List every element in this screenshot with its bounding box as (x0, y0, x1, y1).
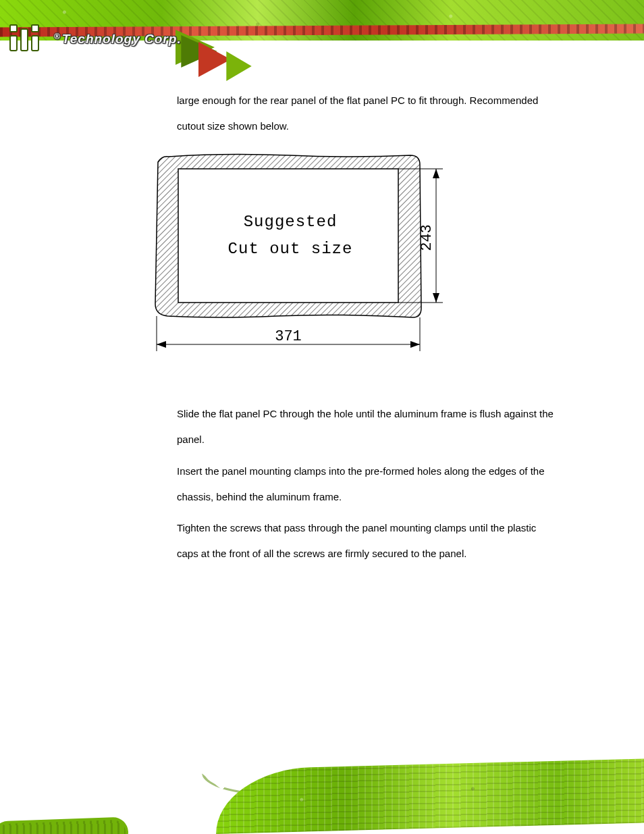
brand-logo: ®Technology Corp (9, 24, 182, 54)
diagram-height-value: 243 (419, 224, 435, 251)
footer-left-pill (0, 817, 129, 834)
content-column: large enough for the rear panel of the f… (177, 88, 559, 140)
svg-marker-6 (433, 293, 439, 303)
svg-rect-1 (178, 169, 398, 303)
content-column-lower: Slide the flat panel PC through the hole… (177, 401, 559, 567)
diagram-width-value: 371 (275, 328, 302, 345)
brand-mark-icon (9, 24, 49, 54)
paragraph-intro: large enough for the rear panel of the f… (177, 88, 559, 140)
paragraph-step-clamps: Insert the panel mounting clamps into th… (177, 459, 559, 511)
svg-marker-10 (157, 341, 166, 348)
header-chevrons-icon (176, 30, 284, 77)
paragraph-step-slide: Slide the flat panel PC through the hole… (177, 401, 559, 453)
page-footer (0, 753, 644, 834)
diagram-label-line1: Suggested (244, 213, 338, 231)
brand-name: ®Technology Corp (54, 32, 182, 47)
svg-marker-5 (433, 169, 439, 178)
paragraph-step-tighten: Tighten the screws that pass through the… (177, 515, 559, 567)
cutout-dimension-diagram: Suggested Cut out size 243 371 (149, 149, 452, 365)
page-header: ®Technology Corp (0, 0, 644, 78)
diagram-label-line2: Cut out size (228, 240, 353, 258)
svg-marker-11 (410, 341, 420, 348)
